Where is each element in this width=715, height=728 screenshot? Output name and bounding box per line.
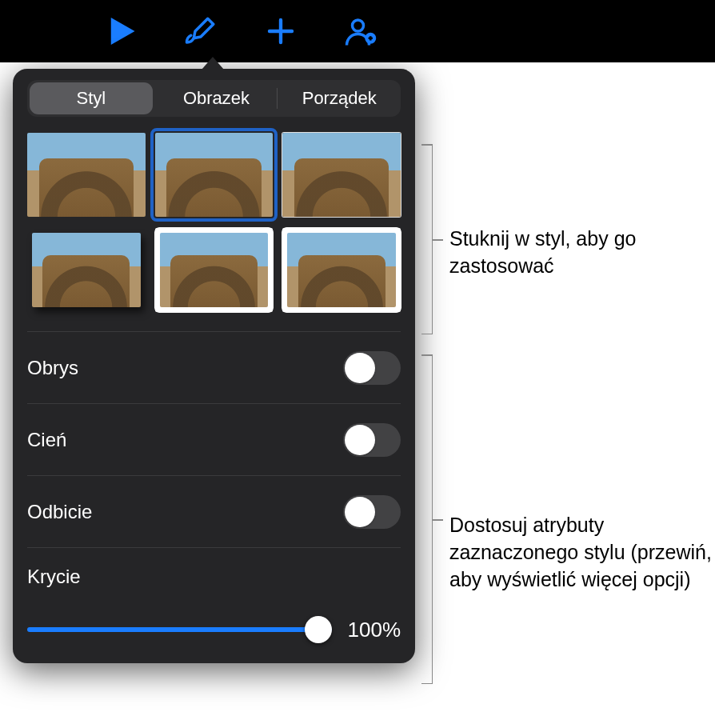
slider-knob[interactable] <box>305 616 332 643</box>
setting-row-cien[interactable]: Cień <box>27 403 401 475</box>
style-thumbnail[interactable] <box>27 228 146 312</box>
segmented-tabs: Styl Obrazek Porządek <box>27 80 401 117</box>
opacity-section: Krycie 100% <box>27 547 401 646</box>
setting-row-obrys[interactable]: Obrys <box>27 331 401 403</box>
thumbnail-image <box>287 233 396 306</box>
format-brush-icon[interactable] <box>184 14 218 48</box>
toggle-knob <box>345 353 375 383</box>
style-thumbnail[interactable] <box>27 133 146 217</box>
style-thumbnail-selected[interactable] <box>155 133 274 217</box>
opacity-label: Krycie <box>27 566 401 588</box>
tab-label: Porządek <box>302 88 377 109</box>
toggle-cien[interactable] <box>343 423 401 457</box>
toggle-knob <box>345 425 375 455</box>
thumbnail-image <box>32 233 141 306</box>
callout-bracket <box>421 144 433 334</box>
thumbnail-image <box>155 133 274 217</box>
toggle-obrys[interactable] <box>343 351 401 385</box>
setting-label: Obrys <box>27 357 78 379</box>
svg-point-0 <box>353 20 364 31</box>
format-popover: Styl Obrazek Porządek Obrys Cień Odbicie… <box>13 69 415 663</box>
tab-obrazek[interactable]: Obrazek <box>155 80 278 117</box>
thumbnail-image <box>27 133 146 217</box>
collaborate-icon[interactable] <box>344 14 377 48</box>
callout-styles: Stuknij w styl, aby go zastosować <box>449 226 715 280</box>
callout-attributes: Dostosuj atrybuty zaznaczonego stylu (pr… <box>449 512 715 593</box>
toggle-odbicie[interactable] <box>343 495 401 529</box>
thumbnail-image <box>160 233 269 306</box>
popover-pointer <box>202 57 224 70</box>
thumbnail-image <box>282 133 401 217</box>
app-toolbar <box>0 0 715 62</box>
toggle-knob <box>345 497 375 527</box>
add-icon[interactable] <box>264 14 298 48</box>
slider-track <box>27 627 332 632</box>
setting-label: Cień <box>27 429 66 451</box>
play-icon[interactable] <box>104 14 138 48</box>
tab-label: Obrazek <box>183 88 250 109</box>
style-thumbnail-grid <box>27 133 401 312</box>
tab-label: Styl <box>76 88 106 109</box>
opacity-slider-row: 100% <box>27 614 401 646</box>
callout-bracket <box>421 354 433 684</box>
opacity-value: 100% <box>345 618 401 642</box>
setting-label: Odbicie <box>27 501 92 523</box>
setting-row-odbicie[interactable]: Odbicie <box>27 475 401 547</box>
opacity-slider[interactable] <box>27 614 332 646</box>
style-thumbnail[interactable] <box>155 228 274 312</box>
tab-styl[interactable]: Styl <box>30 82 153 114</box>
tab-porzadek[interactable]: Porządek <box>278 80 401 117</box>
style-thumbnail[interactable] <box>282 133 401 217</box>
style-thumbnail[interactable] <box>282 228 401 312</box>
